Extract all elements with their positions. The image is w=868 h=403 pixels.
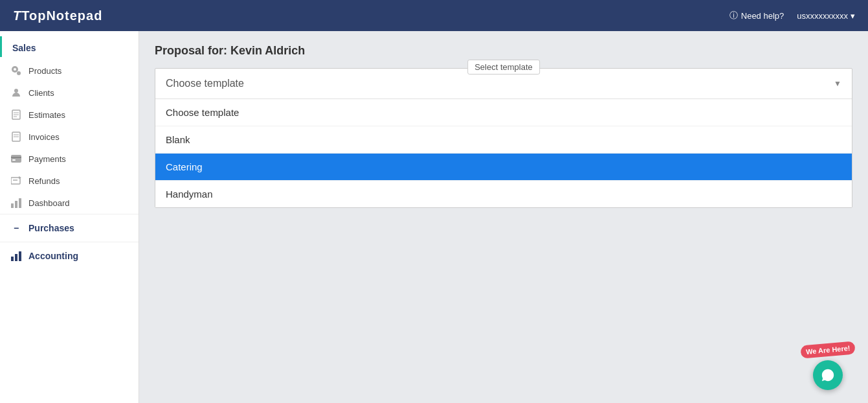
template-placeholder-text: Choose template (166, 78, 244, 89)
help-link[interactable]: ⓘ Need help? (729, 10, 785, 21)
template-area: Select template Choose template ▼ Choose… (155, 68, 852, 208)
main-content: Proposal for: Kevin Aldrich Select templ… (139, 31, 868, 403)
sidebar: Sales Products Clients (0, 31, 139, 403)
svg-point-3 (14, 89, 18, 93)
sales-label: Sales (12, 43, 36, 53)
svg-rect-12 (11, 157, 21, 158)
sidebar-item-estimates[interactable]: Estimates (0, 104, 139, 126)
clients-icon (10, 87, 22, 98)
page-title: Proposal for: Kevin Aldrich (155, 44, 852, 58)
dashboard-label: Dashboard (28, 198, 70, 208)
svg-rect-14 (11, 178, 20, 184)
sidebar-item-dashboard[interactable]: Dashboard (0, 192, 139, 214)
option-handyman-label: Handyman (166, 189, 213, 200)
refunds-label: Refunds (28, 176, 60, 186)
chevron-down-icon: ▼ (834, 79, 841, 88)
estimates-icon (10, 109, 22, 121)
option-choose-template[interactable]: Choose template (155, 99, 852, 126)
dropdown-options-list: Choose template Blank Catering Handyman (155, 99, 852, 207)
dashboard-icon (10, 197, 22, 209)
refunds-icon (10, 175, 22, 187)
svg-rect-18 (19, 198, 21, 208)
svg-point-1 (14, 68, 16, 71)
sidebar-item-refunds[interactable]: Refunds (0, 170, 139, 192)
svg-rect-13 (12, 159, 16, 161)
username-label: usxxxxxxxxxx (797, 11, 848, 21)
main-layout: Sales Products Clients (0, 31, 868, 403)
sidebar-item-payments[interactable]: Payments (0, 148, 139, 170)
help-label: Need help? (741, 11, 785, 21)
logo-text: TopNotepad (21, 8, 102, 23)
top-navigation: TTopNotepad ⓘ Need help? usxxxxxxxxxx ▾ (0, 0, 868, 31)
products-icon (10, 65, 22, 76)
user-dropdown-icon: ▾ (851, 11, 855, 21)
invoices-label: Invoices (28, 132, 60, 142)
svg-rect-20 (15, 254, 17, 261)
payments-label: Payments (28, 154, 66, 164)
purchases-collapse-icon: − (10, 222, 22, 234)
accounting-label: Accounting (28, 251, 78, 261)
clients-label: Clients (28, 88, 54, 98)
svg-rect-17 (15, 201, 17, 208)
sidebar-item-clients[interactable]: Clients (0, 82, 139, 104)
sidebar-sales-section[interactable]: Sales (0, 36, 139, 57)
option-blank[interactable]: Blank (155, 126, 852, 154)
estimates-label: Estimates (28, 110, 65, 120)
sidebar-item-invoices[interactable]: Invoices (0, 126, 139, 148)
sidebar-purchases-section[interactable]: − Purchases (0, 214, 139, 242)
invoices-icon (10, 131, 22, 143)
accounting-icon (10, 250, 22, 262)
purchases-label: Purchases (28, 223, 74, 233)
sidebar-accounting-section[interactable]: Accounting (0, 242, 139, 270)
payments-icon (10, 153, 22, 165)
chat-widget: We Are Here! (801, 343, 855, 390)
chat-button[interactable] (813, 360, 843, 390)
option-blank-label: Blank (166, 134, 190, 145)
svg-rect-11 (11, 155, 21, 163)
app-logo: TTopNotepad (13, 8, 102, 23)
help-icon: ⓘ (729, 10, 738, 21)
svg-rect-16 (11, 203, 14, 208)
option-catering[interactable]: Catering (155, 154, 852, 181)
select-template-label: Select template (467, 60, 540, 75)
option-choose-label: Choose template (166, 107, 239, 118)
products-label: Products (28, 66, 61, 76)
topnav-right: ⓘ Need help? usxxxxxxxxxx ▾ (729, 10, 855, 21)
option-catering-label: Catering (166, 161, 203, 172)
svg-point-2 (17, 71, 21, 75)
svg-rect-19 (11, 257, 14, 261)
svg-rect-21 (19, 251, 21, 261)
option-handyman[interactable]: Handyman (155, 181, 852, 207)
chat-bubble-label: We Are Here! (800, 341, 856, 358)
sidebar-item-products[interactable]: Products (0, 60, 139, 82)
user-menu[interactable]: usxxxxxxxxxx ▾ (797, 11, 855, 21)
